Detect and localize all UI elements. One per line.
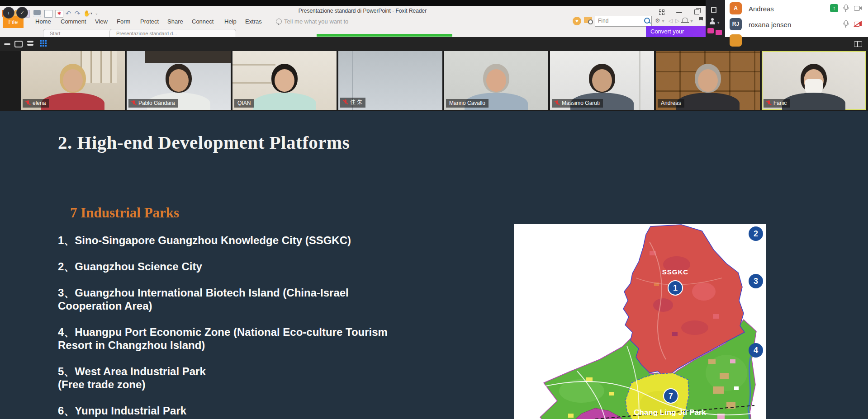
fullscreen-icon[interactable] — [711, 7, 716, 13]
find-box — [595, 16, 652, 27]
video-tile-massimo[interactable]: Massimo Garuti — [550, 51, 654, 110]
participant-name: elena — [33, 100, 46, 106]
menu-bar: File Home Comment View Form Protect Shar… — [0, 16, 725, 28]
gallery-view-icon[interactable] — [40, 40, 47, 47]
muted-mic-icon — [767, 100, 771, 106]
video-tile-pablo[interactable]: Pablo Gándara — [127, 51, 231, 110]
avatar: A — [730, 2, 742, 14]
account-dropdown-icon[interactable]: ▾ — [717, 20, 720, 25]
notifications-bell-icon[interactable] — [682, 18, 688, 23]
list-item: 4、Huangpu Port Economic Zone (National E… — [58, 325, 447, 352]
muted-mic-icon — [343, 99, 348, 105]
list-item: 2、Guangzhou Science City — [58, 260, 447, 273]
zoning-map-image: 1 7 2 6 4 SSGKC Chang Ling Ju Park Guang… — [514, 224, 766, 419]
avatar-partial — [730, 34, 742, 47]
menu-form[interactable]: Form — [114, 16, 133, 28]
participant-row[interactable]: RJ roxana jensen — [725, 17, 868, 33]
convert-pink-icon[interactable] — [707, 28, 714, 33]
svg-text:3: 3 — [754, 277, 758, 286]
participants-panel: A Andreas ↑ RJ roxana jensen — [725, 0, 868, 37]
muted-mic-icon — [132, 100, 136, 106]
participant-name: roxana jensen — [749, 21, 791, 28]
participant-name: 佳 朱 — [350, 99, 362, 106]
window-title: Presentazione standard di PowerPoint - F… — [0, 8, 725, 14]
tell-me-bulb-icon — [276, 19, 282, 24]
menu-help[interactable]: Help — [222, 16, 239, 28]
forward-icon[interactable]: ▷ — [675, 17, 679, 24]
speaker-view-icon[interactable] — [27, 41, 33, 46]
tile-windows-icon[interactable] — [659, 9, 664, 15]
bookmark-flag-icon[interactable] — [699, 17, 703, 23]
screen-share-badge-icon: ↑ — [830, 4, 838, 12]
mic-icon[interactable] — [842, 20, 850, 28]
label-changlingju: Chang Ling Ju Park — [634, 408, 706, 417]
menu-share[interactable]: Share — [165, 16, 186, 28]
participant-name: Andreas — [749, 5, 774, 13]
svg-text:4: 4 — [754, 346, 758, 355]
green-progress-bar — [317, 34, 452, 37]
video-tile-andreas[interactable]: Andreas — [656, 51, 760, 110]
camera-icon[interactable] — [854, 4, 862, 12]
video-tile-marino[interactable]: Marino Cavallo — [444, 51, 548, 110]
svg-text:1: 1 — [673, 283, 678, 292]
svg-text:2: 2 — [754, 229, 758, 238]
legend-4: 4 — [749, 343, 763, 358]
svg-text:7: 7 — [669, 391, 673, 400]
foxit-window: Presentazione standard di PowerPoint - F… — [0, 6, 725, 37]
back-icon[interactable]: ◁ — [669, 17, 673, 24]
legend-3: 3 — [749, 274, 763, 288]
map-badge-7: 7 — [664, 389, 678, 403]
video-tile-elena[interactable]: elena — [21, 51, 125, 110]
list-item: 6、Yunpu Industrial Park — [58, 404, 447, 417]
find-input[interactable] — [597, 17, 642, 24]
search-folder-icon[interactable] — [584, 17, 592, 23]
muted-mic-icon — [26, 100, 30, 106]
foxit-titlebar: Presentazione standard di PowerPoint - F… — [0, 6, 725, 16]
menu-connect[interactable]: Connect — [189, 16, 216, 28]
label-ssgkc: SSGKC — [662, 268, 688, 276]
restore-window-icon[interactable] — [14, 41, 23, 47]
avatar: RJ — [730, 18, 742, 30]
convert-pink-icon-2[interactable] — [716, 30, 722, 35]
restore-icon[interactable] — [694, 9, 699, 14]
layout-icon[interactable] — [854, 41, 862, 47]
participant-name: Pablo Gándara — [138, 100, 175, 106]
menu-extras[interactable]: Extras — [242, 16, 265, 28]
video-tile-jiazhu[interactable]: 佳 朱 — [338, 51, 442, 110]
minimize-icon[interactable] — [4, 43, 10, 45]
tell-me-search[interactable]: Tell me what you want to — [284, 16, 348, 28]
gear-icon[interactable]: ⚙ — [655, 17, 660, 24]
video-tile-fanic[interactable]: Fanic — [762, 51, 866, 110]
document-tab-bar: Start Presentazione standard d... Conver… — [0, 28, 725, 37]
menu-comment[interactable]: Comment — [58, 16, 89, 28]
menu-view[interactable]: View — [92, 16, 110, 28]
side-strip: ▾ — [706, 0, 725, 37]
info-overlay-icon[interactable]: i — [3, 7, 14, 19]
video-tile-qian[interactable]: QIAN — [232, 51, 337, 110]
slide-list: 1、Sino-Singapore Guangzhou Knowledge Cit… — [58, 234, 447, 419]
slide-title: 2. High-end Development Platforms — [58, 132, 350, 153]
minimize-icon[interactable] — [676, 12, 682, 13]
favorites-heart-icon[interactable]: ♥ — [573, 17, 581, 25]
participant-row[interactable]: A Andreas ↑ — [725, 1, 868, 18]
list-item: 1、Sino-Singapore Guangzhou Knowledge Cit… — [58, 234, 447, 247]
map-badge-1: 1 — [668, 281, 683, 295]
slide-subtitle: 7 Industrial Parks — [70, 205, 179, 221]
camera-off-icon[interactable] — [854, 20, 862, 28]
participant-name: Marino Cavallo — [449, 100, 485, 106]
list-item: 3、Guangzhou International Biotech Island… — [58, 286, 447, 312]
video-conference-strip: elena Pablo Gándara QIAN 佳 朱 Marino Cava… — [0, 37, 868, 111]
list-item: 5、West Area Industrial Park (Free trade … — [58, 365, 447, 391]
bell-dropdown-icon[interactable]: ▾ — [690, 17, 693, 24]
account-icon[interactable] — [709, 18, 716, 24]
participant-name: QIAN — [237, 100, 251, 106]
menu-home[interactable]: Home — [33, 16, 54, 28]
mic-icon[interactable] — [842, 4, 850, 12]
gear-dropdown-icon[interactable]: ▾ — [662, 17, 664, 24]
participant-name: Fanic — [773, 100, 787, 106]
search-icon[interactable] — [644, 18, 650, 24]
menu-protect[interactable]: Protect — [138, 16, 161, 28]
face-mask — [805, 79, 823, 94]
legend-2: 2 — [749, 226, 763, 241]
shield-overlay-icon[interactable]: ✓ — [16, 7, 28, 19]
